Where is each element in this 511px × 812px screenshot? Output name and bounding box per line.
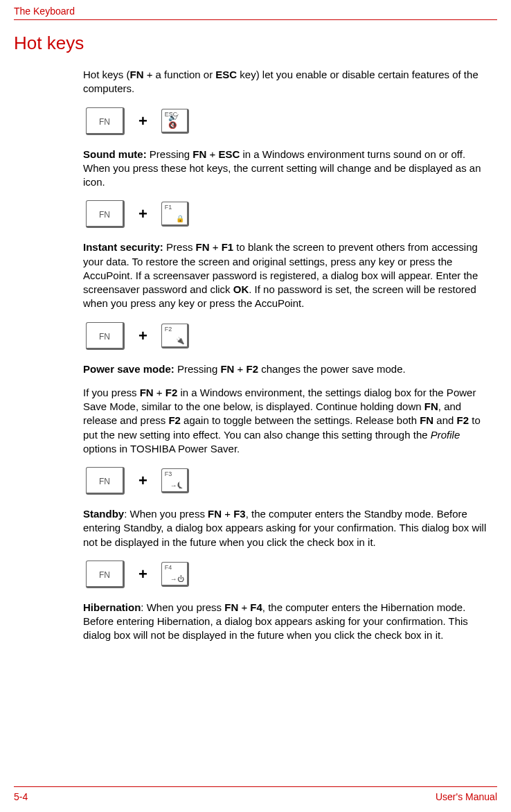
key-fn: FN [424, 400, 438, 412]
intro-paragraph: Hot keys (FN + a function or ESC key) le… [83, 68, 490, 96]
fn-key-icon: FN [86, 467, 125, 495]
key-esc: ESC [218, 148, 240, 160]
text: + [222, 508, 233, 520]
hibernation-paragraph: Hibernation: When you press FN + F4, the… [83, 601, 490, 643]
f3-key-icon: F3 →⏾ [161, 468, 189, 493]
key-f3: F3 [233, 508, 246, 520]
esc-key-icon: ESC 🔈⁄🔇 [161, 109, 189, 134]
key-f2: F2 [457, 414, 469, 426]
key-label: F1 [165, 204, 172, 211]
fn-key-icon: FN [86, 107, 125, 135]
combo-fn-esc: FN + ESC 🔈⁄🔇 [86, 107, 490, 135]
label: Power save mode: [83, 363, 174, 375]
text: options in TOSHIBA Power Saver. [83, 443, 240, 454]
instant-security-paragraph: Instant security: Press FN + F1 to blank… [83, 240, 490, 310]
key-fn: FN [192, 148, 206, 160]
plus-icon: + [138, 205, 147, 223]
standby-paragraph: Standby: When you press FN + F3, the com… [83, 507, 490, 549]
key-f1: F1 [222, 241, 234, 253]
lock-icon: 🔒 [176, 215, 184, 222]
fn-key-icon: FN [86, 322, 125, 350]
text: + [238, 601, 250, 613]
text: : When you press [141, 601, 224, 613]
combo-fn-f2: FN + F2 🔌 [86, 322, 490, 350]
hibernate-icon: →⏻ [170, 575, 184, 583]
power-icon: 🔌 [176, 337, 184, 344]
text: + [206, 148, 218, 160]
powersave-paragraph-1: Power save mode: Pressing FN + F2 change… [83, 362, 490, 376]
text: If you press [83, 387, 140, 398]
soundmute-paragraph: Sound mute: Pressing FN + ESC in a Windo… [83, 148, 490, 190]
combo-fn-f1: FN + F1 🔒 [86, 200, 490, 228]
text: + [154, 387, 165, 398]
key-fn: FN [140, 387, 154, 398]
key-fn: FN [224, 601, 238, 613]
key-fn: FN [130, 69, 144, 80]
label: Instant security: [83, 241, 163, 253]
mute-icon: 🔈⁄🔇 [168, 114, 181, 129]
key-label: F3 [165, 470, 172, 477]
text: + a function or [144, 69, 216, 80]
manual-label: User's Manual [436, 791, 497, 802]
f1-key-icon: F1 🔒 [161, 202, 189, 227]
page-number: 5-4 [14, 791, 28, 802]
key-esc: ESC [215, 69, 237, 80]
text: Hot keys ( [83, 69, 130, 80]
key-fn: FN [220, 363, 234, 375]
text: : When you press [124, 508, 208, 520]
profile-italic: Profile [431, 429, 460, 441]
key-label: F2 [165, 326, 172, 333]
text: Pressing [147, 148, 193, 160]
key-f2: F2 [168, 414, 181, 426]
plus-icon: + [138, 327, 147, 345]
fn-key-icon: FN [86, 561, 125, 588]
plus-icon: + [138, 472, 147, 490]
key-f2: F2 [246, 363, 259, 375]
text: changes the power save mode. [258, 363, 406, 375]
footer-rule [14, 786, 497, 787]
fn-key-icon: FN [86, 200, 125, 228]
header-rule [14, 19, 497, 20]
content-body: Hot keys (FN + a function or ESC key) le… [83, 68, 490, 643]
ok-label: OK [233, 283, 249, 295]
page-footer: 5-4 User's Manual [14, 786, 497, 802]
powersave-paragraph-2: If you press FN + F2 in a Windows enviro… [83, 386, 490, 456]
text: Pressing [174, 363, 221, 375]
plus-icon: + [138, 565, 147, 583]
label: Sound mute: [83, 148, 147, 160]
header-chapter: The Keyboard [14, 0, 497, 19]
key-label: F4 [165, 564, 172, 571]
key-f4: F4 [250, 601, 262, 613]
key-fn: FN [208, 508, 222, 520]
section-title: Hot keys [14, 33, 497, 54]
f4-key-icon: F4 →⏻ [161, 562, 189, 587]
text: again to toggle between the settings. Re… [181, 414, 420, 426]
text: and [433, 414, 456, 426]
standby-icon: →⏾ [170, 482, 184, 489]
key-fn: FN [420, 414, 433, 426]
label: Hibernation [83, 601, 141, 613]
key-f2: F2 [165, 387, 178, 398]
text: Press [163, 241, 196, 253]
combo-fn-f3: FN + F3 →⏾ [86, 467, 490, 495]
text: + [234, 363, 246, 375]
plus-icon: + [138, 112, 147, 130]
f2-key-icon: F2 🔌 [161, 324, 189, 348]
label: Standby [83, 508, 124, 520]
text: + [210, 241, 222, 253]
key-fn: FN [196, 241, 210, 253]
combo-fn-f4: FN + F4 →⏻ [86, 561, 490, 588]
